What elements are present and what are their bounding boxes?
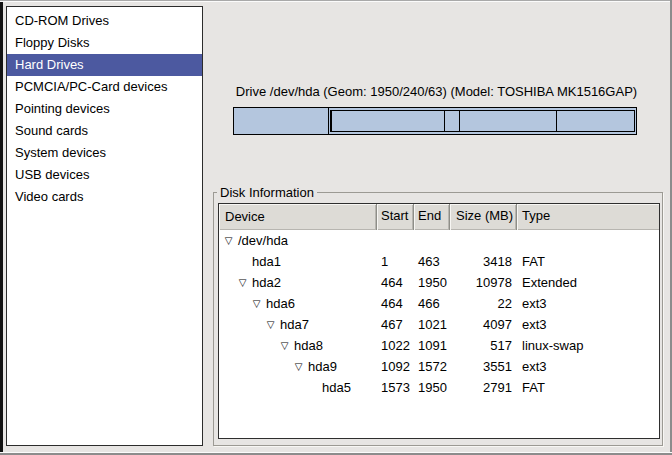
cell-size xyxy=(450,230,517,251)
cell-end: 1091 xyxy=(414,335,450,356)
sidebar-item-system-devices[interactable]: System devices xyxy=(7,142,202,164)
cell-end: 1572 xyxy=(414,356,450,377)
table-row-hda5[interactable]: hda5 1573 1950 2791 FAT xyxy=(219,377,659,398)
expander-icon[interactable]: ▽ xyxy=(292,356,305,377)
column-header-type[interactable]: Type xyxy=(517,204,659,230)
cell-end: 466 xyxy=(414,293,450,314)
cell-size: 2791 xyxy=(450,377,517,398)
partition-segment-extended xyxy=(329,108,636,134)
device-category-list: CD-ROM Drives Floppy Disks Hard Drives P… xyxy=(6,6,203,446)
cell-type: FAT xyxy=(517,251,659,272)
sidebar-item-sound-cards[interactable]: Sound cards xyxy=(7,120,202,142)
cell-start xyxy=(377,230,414,251)
cell-size: 10978 xyxy=(450,272,517,293)
table-row-hda6[interactable]: ▽ hda6 464 466 22 ext3 xyxy=(219,293,659,314)
disk-table: Device Start End Size (MB) Type ▽ /dev/h… xyxy=(218,203,660,439)
drive-title: Drive /dev/hda (Geom: 1950/240/63) (Mode… xyxy=(205,84,668,99)
sidebar-item-pointing-devices[interactable]: Pointing devices xyxy=(7,98,202,120)
table-row-hda7[interactable]: ▽ hda7 467 1021 4097 ext3 xyxy=(219,314,659,335)
device-name: hda8 xyxy=(294,335,323,356)
cell-size: 22 xyxy=(450,293,517,314)
cell-start: 1 xyxy=(377,251,414,272)
partition-segment-hda1 xyxy=(234,108,329,134)
cell-type: ext3 xyxy=(517,356,659,377)
sidebar-item-video-cards[interactable]: Video cards xyxy=(7,186,202,208)
device-name: hda7 xyxy=(280,314,309,335)
cell-type: FAT xyxy=(517,377,659,398)
table-row-hda2[interactable]: ▽ hda2 464 1950 10978 Extended xyxy=(219,272,659,293)
sidebar-item-cdrom-drives[interactable]: CD-ROM Drives xyxy=(7,10,202,32)
device-name: hda6 xyxy=(266,293,295,314)
cell-start: 464 xyxy=(377,272,414,293)
table-row-dev-hda[interactable]: ▽ /dev/hda xyxy=(219,230,659,251)
sidebar-item-floppy-disks[interactable]: Floppy Disks xyxy=(7,32,202,54)
device-name: hda5 xyxy=(322,377,351,398)
sidebar-item-hard-drives[interactable]: Hard Drives xyxy=(7,54,202,76)
device-name: /dev/hda xyxy=(238,230,288,251)
device-name: hda9 xyxy=(308,356,337,377)
disk-information-groupbox: Disk Information Device Start End Size (… xyxy=(213,192,663,446)
expander-icon[interactable]: ▽ xyxy=(278,335,291,356)
sidebar-item-pcmcia-devices[interactable]: PCMCIA/PC-Card devices xyxy=(7,76,202,98)
cell-size: 4097 xyxy=(450,314,517,335)
cell-type: linux-swap xyxy=(517,335,659,356)
drive-panel: Drive /dev/hda (Geom: 1950/240/63) (Mode… xyxy=(205,0,668,455)
partition-segment-hda9 xyxy=(460,111,558,131)
device-name: hda1 xyxy=(252,251,281,272)
cell-start: 1092 xyxy=(377,356,414,377)
disk-information-label: Disk Information xyxy=(217,185,317,200)
cell-end: 1021 xyxy=(414,314,450,335)
cell-start: 464 xyxy=(377,293,414,314)
cell-end: 1950 xyxy=(414,272,450,293)
partition-segment-hda8 xyxy=(445,111,459,131)
cell-size: 3551 xyxy=(450,356,517,377)
cell-type: ext3 xyxy=(517,293,659,314)
expander-icon[interactable]: ▽ xyxy=(250,293,263,314)
window-edge-left xyxy=(0,0,3,455)
cell-size: 3418 xyxy=(450,251,517,272)
partition-bar xyxy=(233,107,637,135)
sidebar-item-usb-devices[interactable]: USB devices xyxy=(7,164,202,186)
cell-end xyxy=(414,230,450,251)
cell-type: Extended xyxy=(517,272,659,293)
cell-type xyxy=(517,230,659,251)
table-row-hda1[interactable]: hda1 1 463 3418 FAT xyxy=(219,251,659,272)
device-name: hda2 xyxy=(252,272,281,293)
cell-size: 517 xyxy=(450,335,517,356)
partition-segment-hda5 xyxy=(557,111,634,131)
expander-icon[interactable]: ▽ xyxy=(236,272,249,293)
column-header-start[interactable]: Start xyxy=(377,204,414,230)
column-header-size[interactable]: Size (MB) xyxy=(450,204,517,230)
disk-table-body: ▽ /dev/hda hda1 1 463 xyxy=(219,230,659,438)
expander-icon[interactable]: ▽ xyxy=(264,314,277,335)
cell-end: 463 xyxy=(414,251,450,272)
hardware-browser-window: CD-ROM Drives Floppy Disks Hard Drives P… xyxy=(0,0,672,455)
cell-start: 1573 xyxy=(377,377,414,398)
column-header-end[interactable]: End xyxy=(414,204,450,230)
disk-table-header: Device Start End Size (MB) Type xyxy=(219,204,659,230)
cell-type: ext3 xyxy=(517,314,659,335)
cell-start: 1022 xyxy=(377,335,414,356)
cell-end: 1950 xyxy=(414,377,450,398)
table-row-hda9[interactable]: ▽ hda9 1092 1572 3551 ext3 xyxy=(219,356,659,377)
table-row-hda8[interactable]: ▽ hda8 1022 1091 517 linux-swap xyxy=(219,335,659,356)
column-header-device[interactable]: Device xyxy=(219,204,377,230)
partition-extended-inner xyxy=(330,110,635,132)
expander-icon[interactable]: ▽ xyxy=(222,230,235,251)
partition-segment-hda7 xyxy=(332,111,445,131)
cell-start: 467 xyxy=(377,314,414,335)
